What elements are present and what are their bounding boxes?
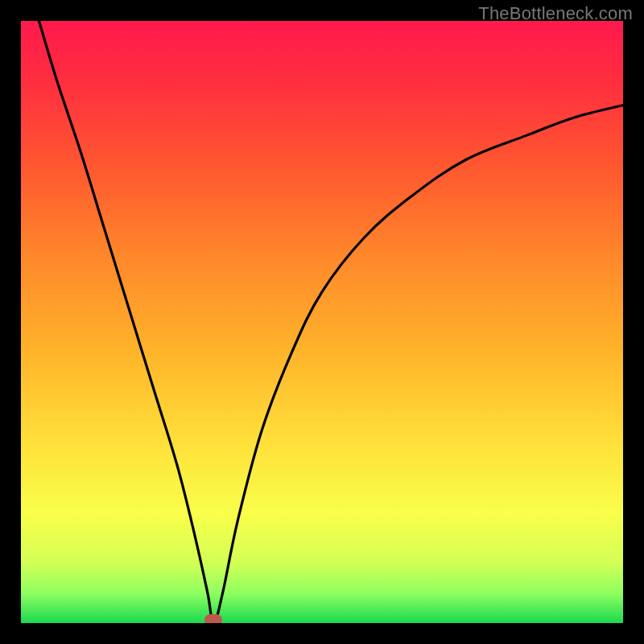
watermark-label: TheBottleneck.com [478, 3, 633, 24]
bottleneck-curve [21, 21, 623, 623]
chart-frame: TheBottleneck.com [0, 0, 644, 644]
plot-area [21, 21, 623, 623]
optimal-marker [204, 614, 222, 623]
